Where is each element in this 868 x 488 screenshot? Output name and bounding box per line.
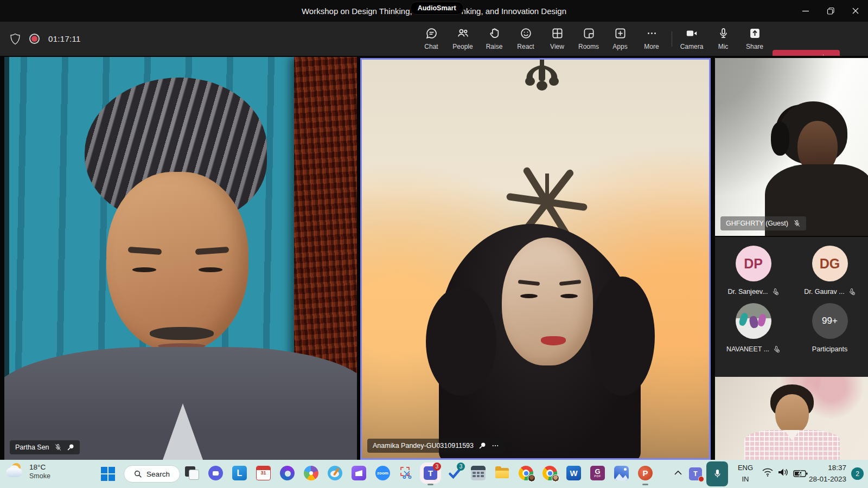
language-indicator[interactable]: ENG IN	[733, 463, 757, 485]
teams-taskbar-icon-active[interactable]: T 3	[423, 466, 438, 480]
video-art	[362, 60, 709, 458]
camera-button[interactable]: Camera	[676, 22, 707, 56]
ceiling-fan	[543, 202, 551, 209]
close-button[interactable]	[843, 0, 868, 22]
minimize-button[interactable]	[793, 0, 818, 22]
participants-count-badge: 99+	[812, 303, 848, 339]
video-tile-bottom[interactable]	[715, 377, 868, 460]
search-label: Search	[146, 470, 170, 478]
snipping-tool-icon[interactable]	[399, 466, 414, 480]
file-explorer-icon[interactable]	[495, 466, 509, 480]
avatar-initials: DP	[736, 246, 771, 281]
people-button[interactable]: People	[447, 22, 478, 56]
paint-icon[interactable]	[328, 466, 342, 480]
apps-label: Apps	[612, 43, 627, 50]
share-icon	[749, 28, 761, 41]
windows-taskbar: 18°C Smoke Search L 31 zoom T	[0, 460, 868, 488]
tray-teams-icon[interactable]: T	[689, 467, 702, 480]
window-controls	[793, 0, 868, 22]
chrome-profile1-icon[interactable]	[519, 466, 533, 480]
chrome-profile2-icon[interactable]	[542, 466, 557, 480]
microsoft365-icon[interactable]	[280, 466, 295, 480]
l-app-icon[interactable]: L	[232, 466, 247, 480]
mic-muted-icon	[771, 288, 779, 296]
more-options-icon[interactable]	[491, 442, 500, 450]
powerpoint-icon[interactable]: P	[638, 466, 653, 480]
system-tray: T ENG IN 18:37 28-01-2023 2	[671, 460, 868, 488]
title-text-left: Workshop on Design Thinking,	[302, 7, 412, 16]
title-bar: Workshop on Design Thinking, AudioSmart …	[0, 0, 868, 22]
more-button[interactable]: More	[636, 22, 667, 56]
participants-count[interactable]: 99+ Participants	[792, 303, 868, 353]
mic-button[interactable]: Mic	[707, 22, 739, 56]
camera-label: Camera	[680, 43, 704, 50]
window-title: Workshop on Design Thinking, AudioSmart …	[302, 2, 566, 20]
taskbar-apps: L 31 zoom T 3 3 W	[184, 466, 653, 480]
share-button[interactable]: Share	[739, 22, 770, 56]
share-label: Share	[746, 43, 763, 50]
teams-meeting-window: Workshop on Design Thinking, AudioSmart …	[0, 0, 868, 488]
word-icon[interactable]: W	[566, 466, 581, 480]
search-icon	[134, 470, 142, 478]
mic-muted-icon	[848, 288, 856, 296]
participant-dp[interactable]: DP Dr. Sanjeev...	[715, 246, 792, 296]
teams-badge: 3	[433, 463, 441, 471]
video-tile-anamika-active-speaker[interactable]: Anamika Pandey-GU0310911593	[360, 58, 711, 460]
clock[interactable]: 18:37 28-01-2023	[794, 463, 846, 485]
react-button[interactable]: React	[510, 22, 541, 56]
apps-icon	[615, 28, 626, 41]
todo-icon[interactable]: 3	[447, 466, 462, 480]
pdf-app-icon[interactable]: GPDF	[590, 466, 605, 480]
mic-muted-icon	[54, 444, 62, 451]
mic-label: Mic	[718, 43, 729, 50]
chat-app-icon[interactable]	[208, 466, 223, 480]
people-label: People	[452, 43, 473, 50]
participant-navaneet[interactable]: NAVANEET ...	[715, 303, 792, 353]
rooms-label: Rooms	[578, 43, 599, 50]
mic-muted-icon	[773, 345, 780, 353]
restore-button[interactable]	[818, 0, 843, 22]
chat-button[interactable]: Chat	[416, 22, 447, 56]
wifi-icon[interactable]	[762, 467, 774, 477]
search-box[interactable]: Search	[124, 465, 180, 483]
toolbar-left: 01:17:11	[10, 22, 81, 56]
video-tile-guest[interactable]: GHFGHRTY (Guest)	[715, 58, 868, 236]
title-text-right: nking, and Innovation Design	[462, 7, 566, 16]
view-button[interactable]: View	[541, 22, 573, 56]
chat-icon	[426, 28, 437, 41]
notification-count-badge[interactable]: 2	[851, 467, 864, 480]
todo-badge: 3	[457, 463, 465, 471]
name-label-anamika: Anamika Pandey-GU0310911593	[367, 439, 505, 453]
video-art	[4, 57, 357, 460]
tray-mic-active-button[interactable]	[706, 461, 728, 486]
video-tile-partha-sen[interactable]: Partha Sen	[4, 57, 357, 460]
weather-widget[interactable]: 18°C Smoke	[5, 462, 50, 481]
photos-pinwheel-icon[interactable]	[304, 466, 318, 480]
participant-name: Dr. Gaurav ...	[804, 288, 844, 296]
participant-name: Dr. Sanjeev...	[727, 288, 768, 296]
person-face	[106, 172, 248, 352]
pin-icon	[478, 442, 486, 450]
raise-hand-button[interactable]: Raise	[478, 22, 510, 56]
pin-icon	[67, 444, 74, 451]
calculator-icon[interactable]	[471, 466, 486, 480]
weather-condition: Smoke	[29, 472, 50, 481]
participant-dg[interactable]: DG Dr. Gaurav ...	[792, 246, 868, 296]
ms-photos-icon[interactable]	[614, 466, 629, 480]
meeting-stage: Partha Sen	[0, 56, 868, 460]
zoom-icon[interactable]: zoom	[375, 466, 390, 480]
rooms-button[interactable]: Rooms	[573, 22, 604, 56]
clipchamp-icon[interactable]	[352, 466, 366, 480]
view-label: View	[550, 43, 564, 50]
calendar-widget-icon[interactable]: 31	[256, 466, 271, 480]
start-button[interactable]	[101, 467, 115, 481]
view-icon	[552, 28, 563, 41]
more-icon	[646, 28, 658, 41]
speaker-icon[interactable]	[777, 467, 789, 477]
meeting-toolbar: 01:17:11 Chat People Raise React View	[0, 22, 868, 56]
person-lips	[541, 336, 566, 345]
apps-button[interactable]: Apps	[604, 22, 636, 56]
tray-expand-chevron[interactable]	[674, 470, 682, 476]
weather-temp: 18°C	[29, 463, 50, 472]
task-view-button[interactable]	[184, 466, 199, 480]
